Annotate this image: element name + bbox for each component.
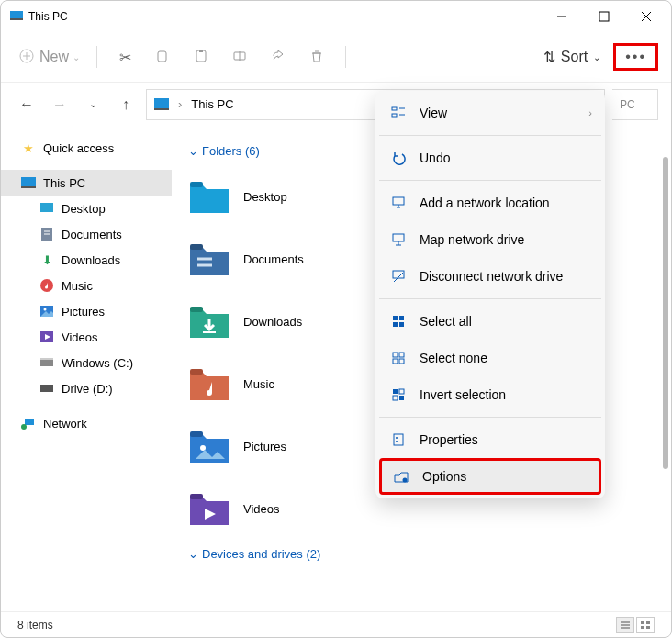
menu-label: Properties (420, 432, 478, 447)
menu-view[interactable]: View › (379, 95, 601, 131)
cut-button[interactable]: ✂ (108, 40, 141, 73)
title-bar: This PC (1, 1, 671, 32)
download-icon: ⬇ (39, 252, 54, 267)
svg-rect-76 (641, 626, 644, 629)
svg-rect-15 (154, 108, 169, 110)
tree-pictures[interactable]: Pictures (1, 298, 172, 324)
search-placeholder: PC (620, 98, 635, 111)
rename-icon (232, 49, 249, 65)
tree-videos[interactable]: Videos (1, 324, 172, 350)
tree-label: Music (62, 279, 93, 293)
more-button[interactable]: ••• (613, 43, 658, 71)
music-icon (39, 278, 54, 293)
search-input[interactable]: PC (612, 89, 658, 120)
options-icon (393, 468, 409, 485)
desktop-icon (39, 201, 54, 216)
undo-icon (390, 150, 407, 166)
forward-button[interactable]: → (47, 92, 73, 118)
tree-label: Documents (62, 228, 122, 241)
network-add-icon (390, 195, 407, 211)
context-menu: View › Undo Add a network location Map n… (375, 91, 605, 498)
menu-label: Invert selection (420, 387, 506, 402)
recent-button[interactable]: ⌄ (80, 92, 106, 118)
tree-desktop[interactable]: Desktop (1, 196, 172, 221)
svg-rect-28 (40, 358, 53, 360)
svg-point-70 (403, 478, 408, 483)
svg-rect-77 (646, 626, 650, 629)
svg-rect-67 (394, 434, 403, 445)
menu-select-none[interactable]: Select none (379, 340, 601, 376)
menu-separator (379, 180, 601, 181)
back-button[interactable]: ← (14, 92, 39, 118)
menu-invert-selection[interactable]: Invert selection (379, 376, 601, 413)
sort-button[interactable]: ⇅ Sort ⌄ (538, 40, 606, 73)
menu-label: Options (422, 469, 466, 484)
disconnect-icon (390, 268, 407, 285)
menu-separator (379, 135, 601, 136)
drive-icon (39, 355, 54, 370)
tree-label: Pictures (62, 305, 105, 319)
breadcrumb-item[interactable]: This PC (191, 97, 233, 111)
minimize-button[interactable] (541, 3, 583, 30)
menu-map-drive[interactable]: Map network drive (379, 221, 601, 258)
tree-label: This PC (43, 176, 85, 190)
app-icon (10, 8, 23, 25)
rename-button[interactable] (224, 40, 257, 73)
menu-properties[interactable]: Properties (379, 421, 601, 458)
svg-rect-56 (399, 316, 404, 320)
tree-drive-d[interactable]: Drive (D:) (1, 375, 172, 401)
monitor-icon (21, 175, 36, 190)
folder-label: Desktop (243, 190, 287, 204)
paste-button[interactable] (185, 40, 218, 73)
close-button[interactable] (625, 3, 667, 30)
new-button[interactable]: New ⌄ (14, 40, 85, 73)
svg-rect-44 (392, 114, 397, 117)
ellipsis-icon: ••• (625, 49, 646, 65)
delete-button[interactable] (301, 40, 334, 73)
tree-label: Windows (C:) (62, 356, 133, 370)
svg-rect-63 (393, 389, 398, 394)
view-toggle (616, 617, 655, 633)
share-button[interactable] (263, 40, 296, 73)
tree-music[interactable]: Music (1, 273, 172, 298)
menu-disconnect-drive[interactable]: Disconnect network drive (379, 258, 601, 295)
up-button[interactable]: ↑ (113, 92, 139, 118)
tree-network[interactable]: Network (1, 410, 172, 436)
scrollbar[interactable] (663, 157, 668, 469)
item-count: 8 items (17, 619, 53, 632)
chevron-down-icon: ⌄ (593, 52, 600, 62)
details-view-button[interactable] (616, 617, 634, 633)
folder-label: Music (243, 377, 274, 391)
tree-downloads[interactable]: ⬇Downloads (1, 247, 172, 273)
toolbar-divider (345, 46, 346, 68)
chevron-right-icon: › (588, 107, 592, 118)
menu-undo[interactable]: Undo (379, 140, 601, 176)
tree-label: Drive (D:) (62, 382, 113, 396)
svg-rect-61 (393, 359, 398, 364)
svg-rect-9 (158, 51, 166, 62)
svg-rect-36 (190, 307, 203, 312)
chevron-down-icon: ⌄ (188, 144, 198, 158)
sort-label: Sort (561, 49, 588, 65)
tree-documents[interactable]: Documents (1, 221, 172, 247)
menu-label: View (420, 106, 447, 120)
svg-rect-64 (399, 389, 404, 394)
svg-rect-27 (40, 359, 53, 366)
svg-point-24 (44, 308, 47, 311)
copy-button[interactable] (147, 40, 180, 73)
toolbar: New ⌄ ✂ ⇅ Sort ⌄ ••• (1, 32, 671, 82)
tree-drive-c[interactable]: Windows (C:) (1, 350, 172, 375)
menu-select-all[interactable]: Select all (379, 303, 601, 340)
section-label: Folders (6) (202, 144, 260, 158)
tree-label: Network (43, 417, 87, 431)
svg-rect-66 (399, 396, 404, 400)
menu-options[interactable]: Options (379, 458, 601, 495)
menu-add-network[interactable]: Add a network location (379, 185, 601, 221)
maximize-button[interactable] (583, 3, 625, 30)
drives-header[interactable]: ⌄ Devices and drives (2) (188, 547, 655, 561)
svg-rect-11 (199, 50, 203, 52)
folder-icon (188, 178, 230, 215)
thumbnails-view-button[interactable] (636, 617, 655, 633)
tree-quick-access[interactable]: ★ Quick access (1, 135, 172, 161)
tree-this-pc[interactable]: This PC (1, 170, 172, 196)
